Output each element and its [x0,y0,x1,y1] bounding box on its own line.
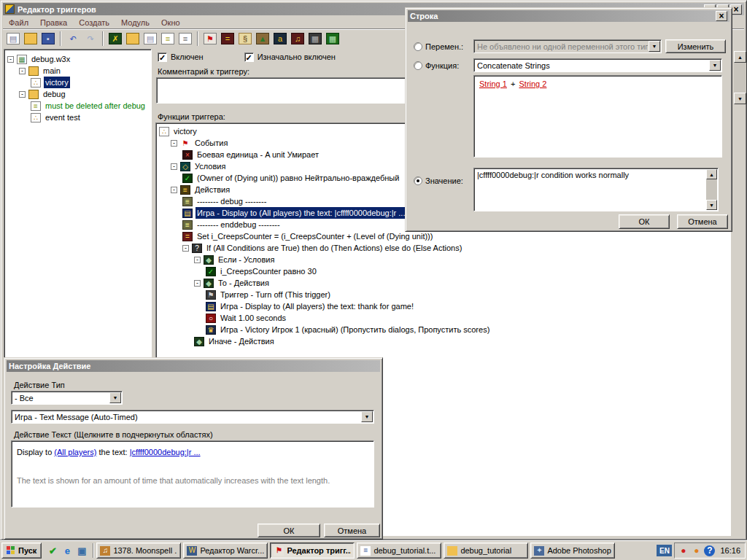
task-moonspell[interactable]: ♫1378. Moonspell ... [96,542,181,559]
players-parameter-link[interactable]: (All players) [54,448,96,456]
undo-icon[interactable]: ↶ [64,30,82,47]
tree-expander-icon[interactable]: - [19,68,26,74]
string-dialog-titlebar[interactable]: Строка [408,10,729,22]
comment-action-icon: ≡ [182,220,193,230]
object-editor-icon[interactable]: а [271,30,289,47]
new-map-icon[interactable]: ▤ [4,30,22,47]
tree-row[interactable]: ◆Иначе - Действия [156,335,730,347]
toolbar-separator [197,31,198,46]
string2-parameter-link[interactable]: String 2 [519,79,546,88]
tree-row[interactable]: -main [4,65,151,77]
tray-icon-orange[interactable]: ● [691,545,702,556]
tree-expander-icon[interactable]: - [171,140,177,147]
language-indicator[interactable]: EN [657,545,672,556]
tree-label: Если - Условия [217,254,276,265]
tree-row[interactable]: -◆Если - Условия [156,254,730,265]
value-radio[interactable] [414,176,422,185]
tree-row[interactable]: -◆То - Действия [156,277,730,289]
menu-edit[interactable]: Правка [34,18,73,28]
function-radio[interactable] [414,61,422,70]
variable-combo-value: Не объявлено ни одной переменной этого т… [474,42,648,51]
start-button[interactable]: Пуск [1,542,42,559]
conditions-icon: ◇ [180,162,190,171]
tree-row[interactable]: ♛Игра - Victory Игрок 1 (красный) (Пропу… [156,324,730,335]
tree-row[interactable]: ≡must be deleted after debug [4,100,151,112]
edit-variables-button[interactable]: Изменить [665,39,726,53]
string1-parameter-link[interactable]: String 1 [479,79,507,88]
variable-editor-icon[interactable]: = [219,30,236,47]
string-ok-button[interactable]: ОК [619,214,670,229]
terrain-editor-icon[interactable]: ▲ [254,30,271,47]
action-dialog-titlebar[interactable]: Настройка Действие [7,360,380,372]
tree-expander-icon[interactable]: - [182,245,189,252]
script-editor-icon[interactable]: § [236,30,254,47]
tray-help-icon[interactable]: ? [704,545,715,556]
task-adobe-photoshop[interactable]: ✦Adobe Photoshop [530,542,615,559]
tree-row[interactable]: -▦debug.w3x [4,53,151,65]
new-comment-icon[interactable]: ≡ [159,30,177,47]
tree-row[interactable]: ✓i_CreepsCounter равно 30 [156,265,730,277]
tree-row[interactable]: ▤Игра - Display to (All players) the tex… [156,300,730,312]
tree-row[interactable]: =Set i_CreepsCounter = (i_CreepsCounter … [156,230,730,242]
tree-expander-icon[interactable]: - [194,257,201,263]
new-trigger-icon[interactable]: ▤ [142,30,159,47]
scroll-up-button[interactable] [706,169,717,179]
task-trigger-editor[interactable]: ⚑Редактор тригг... [270,542,355,559]
new-event-icon[interactable]: ⚑ [201,30,219,47]
function-combo[interactable]: Concatenate Strings [473,58,722,72]
action-cancel-button[interactable]: Отмена [324,524,380,537]
tree-row[interactable]: -?If (All Conditions are True) then do (… [156,242,730,254]
save-map-icon[interactable]: ▪ [39,30,57,47]
trigger-file-icon: ∴ [159,127,169,136]
value-scrollbar[interactable] [706,169,717,210]
tray-icon-red[interactable]: ● [678,545,689,556]
menu-file[interactable]: Файл [3,18,34,28]
test-map-icon[interactable]: ▦ [324,30,341,47]
new-category-icon[interactable] [124,30,142,47]
task-debug-tutorial-folder-icon [447,546,457,556]
task-debug-tutorial-folder[interactable]: debug_tutorial [444,542,528,559]
value-input[interactable]: |cffff0000debug:|r condition works norma… [473,168,719,211]
message-parameter-link[interactable]: |cffff0000debug:|r ... [130,448,201,456]
sound-editor-icon[interactable]: ♫ [289,30,306,47]
menu-module[interactable]: Модуль [115,18,155,28]
action-text-line: Display to (All players) the text: |cfff… [17,448,368,456]
import-manager-icon[interactable]: ▦ [306,30,324,47]
tree-row[interactable]: ○Wait 1.00 seconds [156,312,730,324]
tree-expander-icon[interactable]: - [171,163,177,170]
tree-expander-icon[interactable]: - [171,187,177,193]
action-ok-button[interactable]: ОК [258,524,320,537]
condition-check-icon: ✓ [206,267,216,276]
new-script-icon[interactable]: ≡ [177,30,194,47]
task-warcraft-editor[interactable]: WРедактор Warcr... [183,542,268,559]
quick-launch-v-icon[interactable]: ✔ [46,544,59,557]
string-cancel-button[interactable]: Отмена [677,214,728,229]
branch-icon: ◆ [194,337,204,346]
menu-window[interactable]: Окно [155,18,186,28]
enabled-checkbox[interactable]: ✓ [158,52,167,62]
tree-expander-icon[interactable]: - [7,56,14,63]
open-map-icon[interactable] [22,30,39,47]
quick-launch-desktop-icon[interactable]: ▣ [75,544,88,557]
quick-launch-ie-icon[interactable]: e [61,544,74,557]
scroll-down-button[interactable] [734,93,746,104]
task-debug-tutorial-txt[interactable]: ≡debug_tutorial.t... [357,542,441,559]
string-dialog-close-button[interactable] [716,11,727,21]
tree-row[interactable]: ∴victory [4,77,151,88]
initially-on-checkbox[interactable]: ✓ [244,52,254,62]
redo-icon[interactable]: ↷ [82,30,99,47]
variable-radio[interactable] [414,42,422,51]
menu-create[interactable]: Создать [73,18,115,28]
panel-scrollbar[interactable] [734,51,746,104]
tree-expander-icon[interactable]: - [19,91,26,98]
delete-icon[interactable]: ✗ [107,30,124,47]
scroll-up-button[interactable] [734,51,746,63]
tree-label: event test [44,112,82,123]
tree-row[interactable]: -debug [4,88,151,100]
tree-expander-icon[interactable]: - [194,280,201,287]
scroll-down-button[interactable] [706,200,717,210]
action-combo[interactable]: Игра - Text Message (Auto-Timed) [11,410,374,424]
action-type-combo[interactable]: - Все [11,391,123,405]
tree-row[interactable]: ⚑Триггер - Turn off (This trigger) [156,289,730,300]
tree-row[interactable]: ∴event test [4,112,151,123]
